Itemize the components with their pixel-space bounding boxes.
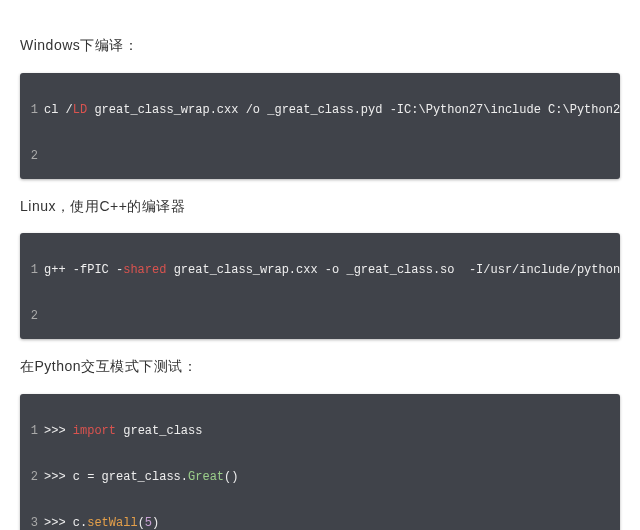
paragraph-windows-compile: Windows下编译： [20,32,620,59]
paragraph-python-test: 在Python交互模式下测试： [20,353,620,380]
code-line: 1 g++ -fPIC -shared great_class_wrap.cxx… [20,261,620,279]
code-content: >>> c.setWall(5) [44,514,620,530]
code-line: 3 >>> c.setWall(5) [20,514,620,530]
code-content: >>> import great_class [44,422,620,440]
code-line: 2 >>> c = great_class.Great() [20,468,620,486]
code-line: 1 cl /LD great_class_wrap.cxx /o _great_… [20,101,620,119]
code-line: 1 >>> import great_class [20,422,620,440]
line-number: 2 [20,147,44,165]
code-content [44,147,620,165]
line-number: 2 [20,468,44,486]
code-block-windows: 1 cl /LD great_class_wrap.cxx /o _great_… [20,73,620,179]
line-number: 1 [20,101,44,119]
code-block-python: 1 >>> import great_class 2 >>> c = great… [20,394,620,530]
code-content: >>> c = great_class.Great() [44,468,620,486]
paragraph-linux-compiler: Linux，使用C++的编译器 [20,193,620,220]
line-number: 1 [20,261,44,279]
line-number: 3 [20,514,44,530]
code-line: 2 [20,147,620,165]
code-content: g++ -fPIC -shared great_class_wrap.cxx -… [44,261,620,279]
line-number: 1 [20,422,44,440]
code-content: cl /LD great_class_wrap.cxx /o _great_cl… [44,101,620,119]
line-number: 2 [20,307,44,325]
code-content [44,307,620,325]
code-line: 2 [20,307,620,325]
code-block-linux: 1 g++ -fPIC -shared great_class_wrap.cxx… [20,233,620,339]
